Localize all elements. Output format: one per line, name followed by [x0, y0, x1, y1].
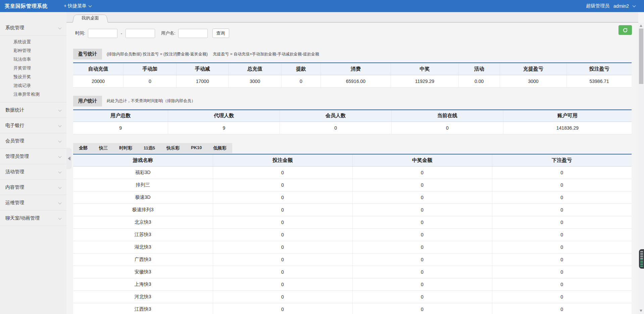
scroll-up-arrow-icon[interactable] [640, 25, 642, 27]
column-header: 当前在线 [391, 110, 503, 122]
table-cell: 0 [492, 290, 632, 303]
table-row: 上海快3000 [73, 278, 632, 290]
column-header: 提款 [282, 63, 320, 75]
table-cell: 0 [352, 278, 492, 290]
vertical-scrollbar[interactable] [638, 23, 644, 314]
profit-section-header: 盈亏统计 (排除内部会员数据) 投注盈亏 = (投注消费金额-返奖金额) 充提盈… [73, 49, 632, 59]
table-cell: 0 [492, 179, 632, 191]
table-row: 福彩3D000 [73, 166, 632, 179]
sidebar-item-3[interactable]: 开奖管理 [0, 64, 66, 73]
sidebar-submenu: 系统设置彩种管理玩法倍率开奖管理预设开奖游戏记录注单异常检测 [0, 36, 66, 102]
time-start-input[interactable] [88, 29, 117, 38]
sidebar-group-1[interactable]: 数据统计 [0, 102, 66, 118]
refresh-button[interactable] [618, 25, 632, 35]
table-row: 江西快3000 [73, 303, 632, 314]
column-header: 消费 [320, 63, 391, 75]
top-navbar: 英皇国际管理系统 + 快捷菜单 超级管理员 admin2 [0, 0, 644, 12]
table-cell: 53986.71 [567, 75, 632, 87]
sidebar-group-4[interactable]: 管理员管理 [0, 149, 66, 164]
game-tab-5[interactable]: PK10 [185, 143, 208, 153]
game-tab-6[interactable]: 低频彩 [208, 143, 232, 153]
chevron-down-icon [58, 201, 62, 205]
sidebar-item-0[interactable]: 系统设置 [0, 38, 66, 46]
column-header: 下注盈亏 [492, 154, 632, 166]
user-stats-table: 用户总数代理人数会员人数当前在线账户可用9900141836.29 [73, 109, 632, 135]
query-button[interactable]: 查询 [212, 29, 229, 38]
sidebar-item-6[interactable]: 注单异常检测 [0, 90, 66, 99]
username-input[interactable] [178, 29, 208, 38]
game-tab-3[interactable]: 11选5 [138, 143, 161, 153]
table-cell: 0 [123, 75, 177, 87]
table-cell: 0 [213, 191, 352, 204]
table-cell: 0 [213, 290, 352, 303]
quick-menu-button[interactable]: + 快捷菜单 [64, 3, 91, 9]
game-category-tabs: 全部快三时时彩11选5快乐彩PK10低频彩 [73, 143, 232, 153]
username-label: admin2 [613, 3, 629, 9]
sidebar-item-5[interactable]: 游戏记录 [0, 81, 66, 90]
tab-my-desktop[interactable]: 我的桌面 [72, 14, 108, 23]
chevron-down-icon [58, 26, 62, 30]
time-end-input[interactable] [126, 29, 155, 38]
user-section-title: 用户统计 [73, 96, 102, 106]
table-cell: 0.00 [458, 75, 500, 87]
user-menu[interactable]: 超级管理员 admin2 [586, 3, 635, 9]
user-role-label: 超级管理员 [586, 3, 609, 9]
floating-side-widget[interactable] [639, 249, 644, 269]
column-header: 代理人数 [168, 110, 280, 122]
table-cell: 0 [213, 179, 352, 191]
sidebar-group-label: 数据统计 [5, 107, 24, 113]
sidebar-group-0[interactable]: 系统管理 [0, 20, 66, 36]
column-header: 会员人数 [280, 110, 392, 122]
time-label: 时间: [75, 30, 85, 36]
column-header: 充提盈亏 [500, 63, 567, 75]
game-tab-4[interactable]: 快乐彩 [161, 143, 185, 153]
table-cell: 0 [213, 278, 352, 290]
sidebar-collapse-handle[interactable] [66, 148, 72, 169]
sidebar-group-5[interactable]: 活动管理 [0, 164, 66, 180]
table-row: 排列三000 [73, 179, 632, 191]
chevron-down-icon [89, 4, 92, 7]
table-cell: 0 [352, 204, 492, 216]
quick-menu-label: + 快捷菜单 [64, 3, 87, 9]
table-cell: 3000 [229, 75, 282, 87]
table-cell: 17000 [177, 75, 229, 87]
table-cell: 3000 [500, 75, 567, 87]
sidebar-group-6[interactable]: 内容管理 [0, 180, 66, 195]
user-section-header: 用户统计 此处为总计，不受查询时间影响（排除内部会员） [73, 96, 632, 106]
profit-section-note: (排除内部会员数据) 投注盈亏 = (投注消费金额-返奖金额) 充提盈亏 = 自… [107, 51, 319, 57]
sidebar-group-8[interactable]: 聊天室/动画管理 [0, 211, 66, 226]
table-cell: 0 [213, 266, 352, 278]
column-header: 自动充值 [73, 63, 123, 75]
game-tab-2[interactable]: 时时彩 [113, 143, 138, 153]
table-cell: 江西快3 [73, 303, 213, 314]
table-header-row: 用户总数代理人数会员人数当前在线账户可用 [73, 110, 632, 122]
table-cell: 0 [352, 253, 492, 266]
tab-label: 我的桌面 [72, 14, 108, 23]
table-cell: 20000 [73, 75, 123, 87]
sidebar-item-1[interactable]: 彩种管理 [0, 46, 66, 55]
scrollbar-thumb[interactable] [639, 29, 643, 84]
column-header: 中奖金额 [352, 154, 492, 166]
sidebar-group-7[interactable]: 运维管理 [0, 195, 66, 211]
table-cell: 0 [352, 216, 492, 228]
scroll-down-arrow-icon[interactable] [640, 310, 642, 312]
game-tab-0[interactable]: 全部 [73, 143, 93, 153]
table-row: 北京快3000 [73, 216, 632, 228]
column-header: 活动 [458, 63, 500, 75]
sidebar-item-2[interactable]: 玩法倍率 [0, 55, 66, 64]
sidebar-group-label: 活动管理 [5, 169, 24, 175]
table-header-row: 游戏名称投注金额中奖金额下注盈亏 [73, 154, 632, 166]
table-cell: 11929.29 [391, 75, 458, 87]
dashboard-body: 盈亏统计 (排除内部会员数据) 投注盈亏 = (投注消费金额-返奖金额) 充提盈… [66, 49, 638, 314]
table-cell: 福彩3D [73, 166, 213, 179]
game-tab-1[interactable]: 快三 [93, 143, 113, 153]
username-label: 用户名: [161, 30, 176, 36]
sidebar-group-2[interactable]: 电子银行 [0, 118, 66, 133]
time-range-separator: - [121, 31, 122, 36]
table-cell: 江苏快3 [73, 228, 213, 241]
sidebar-group-3[interactable]: 会员管理 [0, 133, 66, 149]
app-title: 英皇国际管理系统 [5, 3, 48, 9]
table-cell: 0 [492, 204, 632, 216]
sidebar-item-4[interactable]: 预设开奖 [0, 73, 66, 81]
table-cell: 极速排列3 [73, 204, 213, 216]
